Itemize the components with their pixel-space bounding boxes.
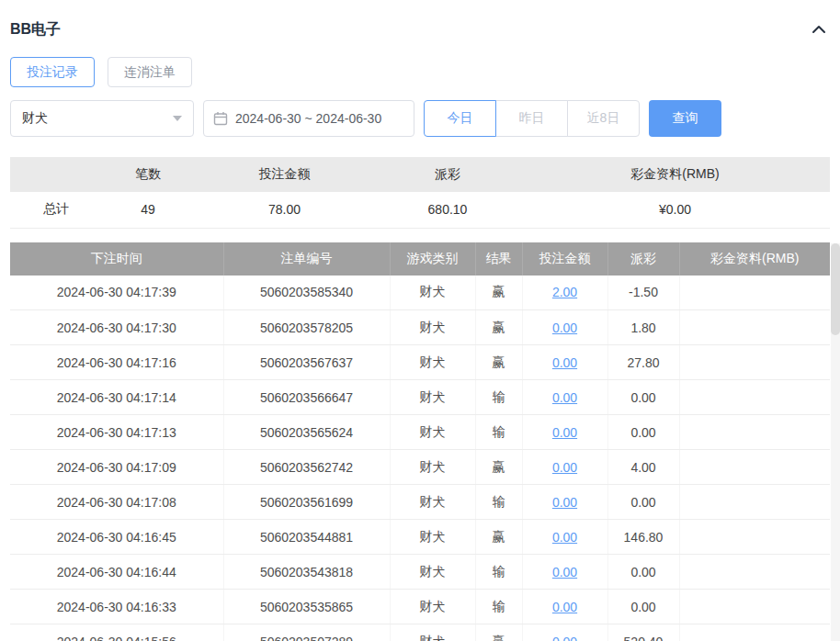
records-header-row: 下注时间 注单编号 游戏类别 结果 投注金额 派彩 彩金资料(RMB) <box>10 242 830 276</box>
summary-header-row: 笔数 投注金额 派彩 彩金资料(RMB) <box>10 157 830 192</box>
result-cell: 赢 <box>475 520 522 555</box>
summary-total-payout: 680.10 <box>375 192 520 228</box>
bet-time-cell: 2024-06-30 04:15:56 <box>10 624 223 641</box>
result-cell: 输 <box>475 415 522 450</box>
bet-time-cell: 2024-06-30 04:17:13 <box>10 415 223 450</box>
table-row: 2024-06-30 04:17:14 5060203566647 财犬 输 0… <box>10 380 830 415</box>
table-row: 2024-06-30 04:16:33 5060203535865 财犬 输 0… <box>10 590 830 624</box>
panel-header: BB电子 <box>10 0 830 44</box>
bet-amount-link[interactable]: 0.00 <box>552 600 577 614</box>
payout-cell: -1.50 <box>607 276 679 310</box>
yesterday-button[interactable]: 昨日 <box>495 100 568 137</box>
bet-amount-link[interactable]: 0.00 <box>552 565 577 579</box>
bet-time-cell: 2024-06-30 04:16:45 <box>10 520 223 555</box>
bet-amount-link[interactable]: 0.00 <box>552 460 577 475</box>
game-type-cell: 财犬 <box>390 415 475 450</box>
bet-amount-link[interactable]: 0.00 <box>552 635 577 641</box>
result-cell: 输 <box>475 555 522 590</box>
col-header-order-no: 注单编号 <box>223 242 390 276</box>
today-button[interactable]: 今日 <box>424 100 496 137</box>
chevron-down-icon <box>173 116 182 121</box>
table-row: 2024-06-30 04:17:13 5060203565624 财犬 输 0… <box>10 415 830 450</box>
payout-cell: 0.00 <box>607 555 679 590</box>
summary-header-count: 笔数 <box>102 157 194 192</box>
bet-amount-link[interactable]: 0.00 <box>552 495 577 510</box>
bonus-cell <box>679 345 830 380</box>
search-button[interactable]: 查询 <box>649 100 721 137</box>
payout-cell: 0.00 <box>607 590 679 624</box>
bet-time-cell: 2024-06-30 04:17:08 <box>10 485 223 520</box>
tab-betting-records[interactable]: 投注记录 <box>10 57 95 87</box>
col-header-bonus: 彩金资料(RMB) <box>679 242 830 276</box>
bet-time-cell: 2024-06-30 04:16:33 <box>10 590 223 624</box>
bet-time-cell: 2024-06-30 04:17:16 <box>10 345 223 380</box>
result-cell: 赢 <box>475 450 522 485</box>
payout-cell: 1.80 <box>607 310 679 345</box>
bonus-cell <box>679 485 830 520</box>
bet-amount-link[interactable]: 2.00 <box>552 285 577 299</box>
order-no-cell: 5060203544881 <box>223 520 390 555</box>
quick-date-group: 今日 昨日 近8日 <box>424 100 640 137</box>
game-type-cell: 财犬 <box>390 310 475 345</box>
calendar-icon <box>213 111 228 126</box>
tab-cancelled-orders[interactable]: 连消注单 <box>108 57 192 87</box>
payout-cell: 0.00 <box>607 380 679 415</box>
bet-time-cell: 2024-06-30 04:17:14 <box>10 380 223 415</box>
bet-time-cell: 2024-06-30 04:17:09 <box>10 450 223 485</box>
game-type-cell: 财犬 <box>390 276 475 310</box>
col-header-result: 结果 <box>475 242 522 276</box>
summary-header-blank <box>10 157 102 192</box>
summary-table: 笔数 投注金额 派彩 彩金资料(RMB) 总计 49 78.00 680.10 … <box>10 157 830 229</box>
game-select-value: 财犬 <box>22 110 48 127</box>
table-row: 2024-06-30 04:15:56 5060203507289 财犬 赢 0… <box>10 624 830 641</box>
order-no-cell: 5060203562742 <box>223 450 390 485</box>
result-cell: 赢 <box>475 345 522 380</box>
result-cell: 输 <box>475 485 522 520</box>
summary-total-row: 总计 49 78.00 680.10 ¥0.00 <box>10 192 830 228</box>
payout-cell: 27.80 <box>607 345 679 380</box>
bonus-cell <box>679 450 830 485</box>
bonus-cell <box>679 310 830 345</box>
order-no-cell: 5060203561699 <box>223 485 390 520</box>
order-no-cell: 5060203535865 <box>223 590 390 624</box>
summary-total-bet-amount: 78.00 <box>194 192 375 228</box>
summary-total-bonus: ¥0.00 <box>520 192 830 228</box>
result-cell: 输 <box>475 590 522 624</box>
order-no-cell: 5060203507289 <box>223 624 390 641</box>
bet-amount-link[interactable]: 0.00 <box>552 425 577 440</box>
game-select[interactable]: 财犬 <box>10 100 194 137</box>
date-range-input[interactable]: 2024-06-30 ~ 2024-06-30 <box>203 100 414 137</box>
game-type-cell: 财犬 <box>390 624 475 641</box>
order-no-cell: 5060203543818 <box>223 555 390 590</box>
bet-amount-link[interactable]: 0.00 <box>552 530 577 545</box>
table-row: 2024-06-30 04:17:30 5060203578205 财犬 赢 0… <box>10 310 830 345</box>
bet-amount-link[interactable]: 0.00 <box>552 390 577 405</box>
bet-amount-link[interactable]: 0.00 <box>552 355 577 370</box>
col-header-bet-time: 下注时间 <box>10 242 223 276</box>
table-row: 2024-06-30 04:17:16 5060203567637 财犬 赢 0… <box>10 345 830 380</box>
order-no-cell: 5060203565624 <box>223 415 390 450</box>
last-8-days-button[interactable]: 近8日 <box>567 100 640 137</box>
result-cell: 赢 <box>475 624 522 641</box>
tab-bar: 投注记录 连消注单 <box>10 57 830 87</box>
bonus-cell <box>679 380 830 415</box>
table-row: 2024-06-30 04:17:39 5060203585340 财犬 赢 2… <box>10 276 830 310</box>
scrollbar-thumb[interactable] <box>831 243 840 335</box>
table-row: 2024-06-30 04:17:08 5060203561699 财犬 输 0… <box>10 485 830 520</box>
order-no-cell: 5060203567637 <box>223 345 390 380</box>
bet-amount-link[interactable]: 0.00 <box>552 320 577 335</box>
vertical-scrollbar[interactable] <box>831 243 840 641</box>
payout-cell: 520.40 <box>607 624 679 641</box>
col-header-bet-amount: 投注金额 <box>522 242 607 276</box>
summary-total-count: 49 <box>102 192 194 228</box>
records-table: 下注时间 注单编号 游戏类别 结果 投注金额 派彩 彩金资料(RMB) 2024… <box>10 242 830 641</box>
betting-panel: BB电子 投注记录 连消注单 财犬 2024-06-30 ~ 2024-06-3… <box>0 0 840 641</box>
game-type-cell: 财犬 <box>390 485 475 520</box>
panel-title: BB电子 <box>10 20 61 39</box>
payout-cell: 4.00 <box>607 450 679 485</box>
game-type-cell: 财犬 <box>390 555 475 590</box>
table-row: 2024-06-30 04:16:45 5060203544881 财犬 赢 0… <box>10 520 830 555</box>
chevron-up-icon[interactable] <box>808 19 830 39</box>
game-type-cell: 财犬 <box>390 345 475 380</box>
payout-cell: 146.80 <box>607 520 679 555</box>
